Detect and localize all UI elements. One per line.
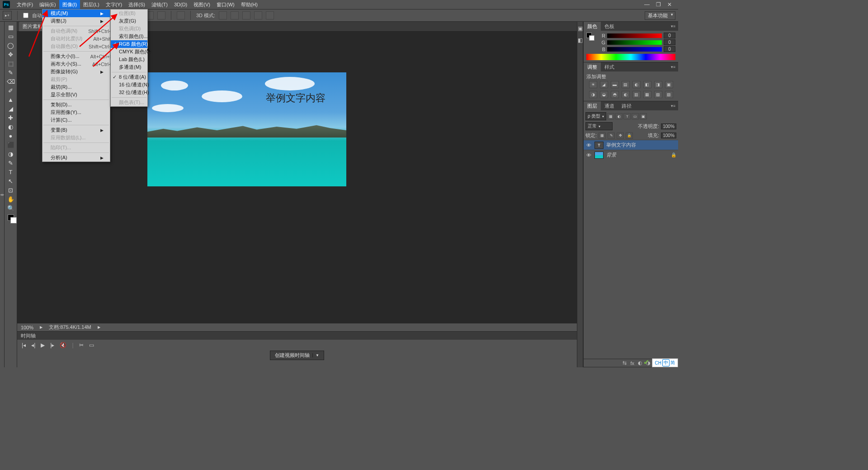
- panel-menu-icon[interactable]: ▾≡: [668, 104, 678, 108]
- create-video-timeline-button[interactable]: 创建视频时间轴 ▼: [270, 351, 324, 360]
- filter-adjust-icon[interactable]: ◐: [615, 113, 623, 119]
- properties-icon[interactable]: ◧: [578, 37, 583, 43]
- tool-button-9[interactable]: ◢: [5, 104, 16, 113]
- tool-button-13[interactable]: ⬛: [5, 140, 16, 149]
- layer-thumbnail[interactable]: T: [594, 142, 604, 149]
- tool-button-4[interactable]: ⬚: [5, 59, 16, 68]
- blend-mode-dropdown[interactable]: 正常: [585, 122, 613, 130]
- tool-button-5[interactable]: ✎: [5, 68, 16, 77]
- tool-button-1[interactable]: ▭: [5, 32, 16, 41]
- lock-pos-icon[interactable]: ✥: [617, 133, 624, 139]
- tab-paths[interactable]: 路径: [618, 101, 635, 110]
- tool-button-6[interactable]: ⌫: [5, 77, 16, 86]
- layer-item[interactable]: 👁背景🔒: [584, 150, 678, 160]
- audio-icon[interactable]: 🔇: [60, 342, 66, 348]
- layer-fx-icon[interactable]: fx: [630, 361, 634, 366]
- adjustment-preset-10[interactable]: ◓: [611, 91, 619, 98]
- lock-pixel-icon[interactable]: ✎: [608, 133, 615, 139]
- prev-frame-icon[interactable]: ◂|: [31, 342, 35, 348]
- menu-item[interactable]: 16 位/通道(N): [111, 81, 147, 89]
- adjustment-preset-1[interactable]: ◢: [600, 81, 608, 88]
- tab-styles[interactable]: 样式: [601, 62, 618, 71]
- layer-thumbnail[interactable]: [594, 152, 604, 159]
- threeD-btn-1[interactable]: [219, 11, 227, 19]
- link-layers-icon[interactable]: ⇆: [623, 360, 627, 366]
- menu-item[interactable]: 分析(A)▶: [42, 154, 110, 161]
- channel-slider[interactable]: [607, 40, 662, 45]
- tool-button-15[interactable]: ✎: [5, 158, 16, 167]
- menu-item[interactable]: 应用图像(Y)...: [42, 109, 110, 116]
- chevron-down-icon[interactable]: ▼: [312, 353, 319, 357]
- adjustment-preset-7[interactable]: ▣: [665, 81, 673, 88]
- tool-button-14[interactable]: ◑: [5, 149, 16, 158]
- menu-image[interactable]: 图像(I): [59, 0, 80, 9]
- restore-button[interactable]: ❐: [656, 1, 661, 8]
- threeD-btn-2[interactable]: [231, 11, 239, 19]
- adjustment-preset-6[interactable]: ◨: [654, 81, 662, 88]
- tool-button-8[interactable]: ▲: [5, 95, 16, 104]
- menu-window[interactable]: 窗口(W): [213, 0, 238, 9]
- tool-button-20[interactable]: 🔍: [5, 204, 16, 213]
- menu-view[interactable]: 视图(V): [190, 0, 213, 9]
- visibility-icon[interactable]: 👁: [585, 152, 592, 158]
- channel-value[interactable]: 0: [664, 33, 675, 38]
- next-frame-icon[interactable]: |▸: [50, 342, 54, 348]
- adjustment-preset-2[interactable]: ▬: [611, 81, 619, 88]
- split-icon[interactable]: ✂: [79, 342, 84, 348]
- color-spectrum[interactable]: [586, 54, 675, 60]
- minimize-button[interactable]: —: [644, 1, 650, 8]
- zoom-popup-icon[interactable]: ▶: [40, 325, 42, 329]
- current-tool-icon[interactable]: ▸+: [3, 11, 12, 20]
- align-btn-9[interactable]: [157, 11, 165, 19]
- layer-item[interactable]: 👁T举例文字内容: [584, 140, 678, 150]
- tool-button-3[interactable]: ✥: [5, 50, 16, 59]
- tool-button-0[interactable]: ▦: [5, 23, 16, 32]
- tool-button-2[interactable]: ◯: [5, 41, 16, 50]
- adjustment-preset-11[interactable]: ◐: [622, 91, 630, 98]
- tool-button-17[interactable]: ↖: [5, 176, 16, 185]
- tool-button-12[interactable]: ●: [5, 131, 16, 140]
- menu-layer[interactable]: 图层(L): [80, 0, 102, 9]
- close-button[interactable]: ✕: [667, 1, 672, 8]
- tool-button-10[interactable]: ✚: [5, 113, 16, 122]
- menu-item[interactable]: 计算(C)...: [42, 116, 110, 124]
- ime-indicator[interactable]: CH 中 简: [652, 358, 678, 367]
- adjustment-preset-12[interactable]: ▥: [632, 91, 641, 98]
- channel-value[interactable]: 0: [664, 46, 675, 52]
- adjustment-preset-15[interactable]: ▨: [665, 91, 673, 98]
- menu-3d[interactable]: 3D(D): [171, 0, 190, 9]
- zoom-value[interactable]: 100%: [21, 325, 33, 330]
- threeD-btn-4[interactable]: [254, 11, 262, 19]
- adjustment-preset-13[interactable]: ▦: [643, 91, 651, 98]
- adjustment-preset-0[interactable]: ☀: [589, 81, 597, 88]
- opacity-value[interactable]: 100%: [661, 123, 676, 129]
- channel-slider[interactable]: [607, 33, 662, 38]
- tool-button-19[interactable]: ✋: [5, 195, 16, 204]
- tab-adjustments[interactable]: 调整: [584, 62, 601, 71]
- adjustment-preset-14[interactable]: ▧: [654, 91, 662, 98]
- panel-menu-icon[interactable]: ▾≡: [668, 65, 678, 69]
- menu-item[interactable]: 32 位/通道(H): [111, 89, 147, 96]
- adjustment-preset-5[interactable]: ◧: [643, 81, 651, 88]
- tab-channels[interactable]: 通道: [601, 101, 618, 110]
- fgbg-swatch[interactable]: [586, 33, 594, 41]
- threeD-btn-3[interactable]: [242, 11, 250, 19]
- tool-button-16[interactable]: T: [5, 167, 16, 176]
- background-swatch[interactable]: [10, 217, 17, 223]
- layer-mask-icon[interactable]: ◐: [638, 360, 642, 366]
- menu-type[interactable]: 文字(Y): [103, 0, 126, 9]
- menu-item[interactable]: 8 位/通道(A): [111, 73, 147, 81]
- lock-trans-icon[interactable]: ▦: [599, 133, 606, 139]
- filter-type-icon[interactable]: T: [623, 113, 631, 119]
- channel-value[interactable]: 0: [664, 39, 675, 45]
- tool-button-18[interactable]: ⊡: [5, 185, 16, 195]
- lock-all-icon[interactable]: 🔒: [626, 133, 633, 139]
- layer-filter-dropdown[interactable]: ρ 类型: [585, 112, 606, 120]
- tool-button-7[interactable]: ✐: [5, 86, 16, 95]
- menu-filter[interactable]: 滤镜(T): [148, 0, 171, 9]
- threeD-btn-5[interactable]: [266, 11, 274, 19]
- menu-item[interactable]: 复制(D)...: [42, 101, 110, 109]
- toolbar-collapse[interactable]: ◂▸: [0, 22, 5, 367]
- menu-item[interactable]: 变量(B)▶: [42, 126, 110, 134]
- menu-help[interactable]: 帮助(H): [238, 0, 261, 9]
